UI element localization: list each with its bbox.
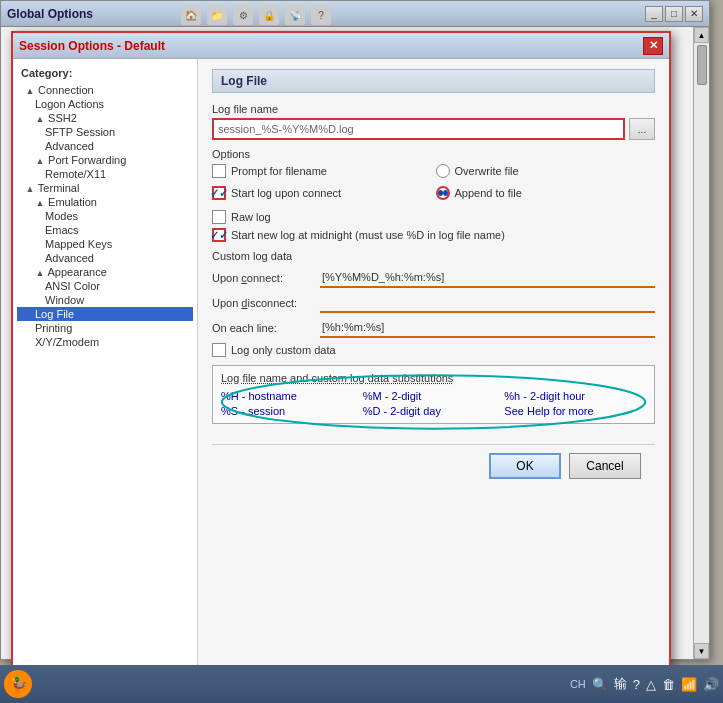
folder-icon[interactable]: 📁 [207,5,227,25]
expand-emulation: ▲ [35,198,45,208]
append-file-label: Append to file [455,187,522,199]
scroll-up-arrow[interactable]: ▲ [694,27,709,43]
upon-disconnect-input[interactable] [320,293,655,313]
log-only-custom-row: Log only custom data [212,343,655,357]
custom-log-title: Custom log data [212,250,655,262]
close-button[interactable]: ✕ [685,6,703,22]
taskbar: 🦆 CH 🔍 输 ? △ 🗑 📶 🔊 [0,665,723,703]
category-panel: Category: ▲ Connection Logon Actions ▲ S… [13,59,198,669]
sub-hostname: %H - hostname [221,390,363,402]
section-header: Log File [212,69,655,93]
raw-log-label: Raw log [231,211,271,223]
start-log-checkbox[interactable]: ✓ [212,186,226,200]
tree-item-ansi-color[interactable]: ANSI Color [17,279,193,293]
scroll-thumb[interactable] [697,45,707,85]
ok-button[interactable]: OK [489,453,561,479]
custom-log-section: Custom log data Upon connect: Upon disco… [212,250,655,357]
midnight-checkbox[interactable]: ✓ [212,228,226,242]
substitutions-box: Log file name and custom log data substi… [212,365,655,424]
session-title: Session Options - Default [19,39,165,53]
home-icon[interactable]: 🏠 [181,5,201,25]
tree-item-printing[interactable]: Printing [17,321,193,335]
log-filename-input[interactable] [212,118,625,140]
midnight-row: ✓ Start new log at midnight (must use %D… [212,228,655,242]
on-each-line-label: On each line: [212,322,312,334]
tree-item-terminal[interactable]: ▲ Terminal [17,181,193,195]
session-close-button[interactable]: ✕ [643,37,663,55]
sub-hour: %h - 2-digit hour [504,390,646,402]
tree-item-modes[interactable]: Modes [17,209,193,223]
tree-item-mapped-keys[interactable]: Mapped Keys [17,237,193,251]
tree-item-sftp-session[interactable]: SFTP Session [17,125,193,139]
log-filename-row: ... [212,118,655,140]
on-each-line-input[interactable] [320,318,655,338]
taskbar-signal-icon[interactable]: 📶 [681,677,697,692]
prompt-filename-row: Prompt for filename [212,164,432,178]
upon-disconnect-label: Upon disconnect: [212,297,312,309]
gear-icon[interactable]: ⚙ [233,5,253,25]
tree-item-emulation[interactable]: ▲ Emulation [17,195,193,209]
titlebar-controls: _ □ ✕ [645,6,703,22]
sub-help[interactable]: See Help for more [504,405,646,417]
midnight-label: Start new log at midnight (must use %D i… [231,229,505,241]
overwrite-file-radio[interactable] [436,164,450,178]
taskbar-speaker-icon[interactable]: 🔊 [703,677,719,692]
overwrite-file-label: Overwrite file [455,165,519,177]
tree-item-connection[interactable]: ▲ Connection [17,83,193,97]
sub-session: %S - session [221,405,363,417]
browse-button[interactable]: ... [629,118,655,140]
expand-port-forwarding: ▲ [35,156,45,166]
tree-item-port-forwarding[interactable]: ▲ Port Forwarding [17,153,193,167]
tree-item-appearance[interactable]: ▲ Appearance [17,265,193,279]
network-icon[interactable]: 📡 [285,5,305,25]
taskbar-input-icon[interactable]: 输 [614,675,627,693]
upon-disconnect-row: Upon disconnect: [212,293,655,313]
global-scrollbar[interactable]: ▲ ▼ [693,27,709,659]
tree-item-advanced[interactable]: Advanced [17,251,193,265]
upon-connect-row: Upon connect: [212,268,655,288]
content-panel: Log File Log file name ... Options [198,59,669,669]
session-titlebar: Session Options - Default ✕ [13,33,669,59]
global-options-title: Global Options [7,7,93,21]
cancel-button[interactable]: Cancel [569,453,641,479]
log-filename-group: Log file name ... [212,103,655,140]
tree-item-advanced-ssh[interactable]: Advanced [17,139,193,153]
expand-connection: ▲ [25,86,35,96]
tree-item-ssh2[interactable]: ▲ SSH2 [17,111,193,125]
tree-item-remote-x11[interactable]: Remote/X11 [17,167,193,181]
tree-item-log-file[interactable]: Log File [17,307,193,321]
substitutions-grid: %H - hostname %M - 2-digit %h - 2-digit … [221,390,646,417]
on-each-line-row: On each line: [212,318,655,338]
expand-appearance: ▲ [35,268,45,278]
taskbar-app-icon[interactable]: 🦆 [4,670,32,698]
sub-month: %M - 2-digit [363,390,505,402]
tree-item-window[interactable]: Window [17,293,193,307]
maximize-button[interactable]: □ [665,6,683,22]
scroll-down-arrow[interactable]: ▼ [694,643,709,659]
tree-item-logon-actions[interactable]: Logon Actions [17,97,193,111]
taskbar-trash-icon[interactable]: 🗑 [662,677,675,692]
taskbar-search-icon[interactable]: 🔍 [592,677,608,692]
append-file-row: Append to file [436,186,656,200]
tree-item-xyz-modem[interactable]: X/Y/Zmodem [17,335,193,349]
global-options-toolbar: 🏠 📁 ⚙ 🔒 📡 ? [181,5,331,25]
upon-connect-label: Upon connect: [212,272,312,284]
tree-item-emacs[interactable]: Emacs [17,223,193,237]
minimize-button[interactable]: _ [645,6,663,22]
expand-terminal: ▲ [25,184,35,194]
taskbar-help-icon[interactable]: ? [633,677,640,692]
help-icon[interactable]: ? [311,5,331,25]
raw-log-checkbox[interactable] [212,210,226,224]
log-only-custom-checkbox[interactable] [212,343,226,357]
taskbar-right-area: CH 🔍 输 ? △ 🗑 📶 🔊 [570,675,719,693]
prompt-filename-label: Prompt for filename [231,165,327,177]
lock-icon[interactable]: 🔒 [259,5,279,25]
append-file-radio[interactable] [436,186,450,200]
upon-connect-input[interactable] [320,268,655,288]
overwrite-file-row: Overwrite file [436,164,656,178]
taskbar-ch: CH [570,678,586,690]
prompt-filename-checkbox[interactable] [212,164,226,178]
session-body: Category: ▲ Connection Logon Actions ▲ S… [13,59,669,669]
taskbar-network-icon[interactable]: △ [646,677,656,692]
global-options-window: Global Options 🏠 📁 ⚙ 🔒 📡 ? _ □ ✕ ▲ ▼ Ses… [0,0,710,660]
